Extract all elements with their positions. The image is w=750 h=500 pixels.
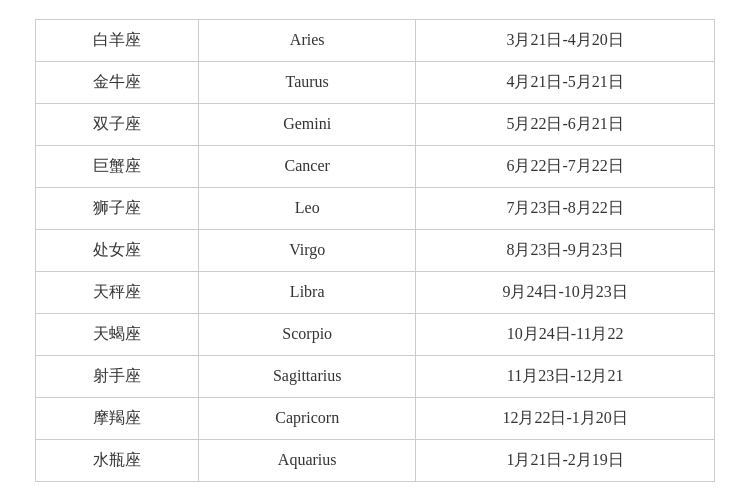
english-name: Virgo bbox=[199, 229, 416, 271]
table-row: 处女座Virgo8月23日-9月23日 bbox=[36, 229, 714, 271]
date-range: 8月23日-9月23日 bbox=[416, 229, 714, 271]
date-range: 4月21日-5月21日 bbox=[416, 61, 714, 103]
english-name: Gemini bbox=[199, 103, 416, 145]
chinese-name: 天秤座 bbox=[36, 271, 199, 313]
english-name: Taurus bbox=[199, 61, 416, 103]
date-range: 1月21日-2月19日 bbox=[416, 439, 714, 481]
date-range: 6月22日-7月22日 bbox=[416, 145, 714, 187]
chinese-name: 白羊座 bbox=[36, 20, 199, 62]
date-range: 11月23日-12月21 bbox=[416, 355, 714, 397]
table-row: 摩羯座Capricorn12月22日-1月20日 bbox=[36, 397, 714, 439]
chinese-name: 天蝎座 bbox=[36, 313, 199, 355]
zodiac-table: 白羊座Aries3月21日-4月20日金牛座Taurus4月21日-5月21日双… bbox=[35, 19, 715, 482]
date-range: 3月21日-4月20日 bbox=[416, 20, 714, 62]
table-row: 天秤座Libra9月24日-10月23日 bbox=[36, 271, 714, 313]
chinese-name: 金牛座 bbox=[36, 61, 199, 103]
chinese-name: 摩羯座 bbox=[36, 397, 199, 439]
table-row: 金牛座Taurus4月21日-5月21日 bbox=[36, 61, 714, 103]
chinese-name: 射手座 bbox=[36, 355, 199, 397]
english-name: Capricorn bbox=[199, 397, 416, 439]
chinese-name: 双子座 bbox=[36, 103, 199, 145]
table-row: 射手座Sagittarius11月23日-12月21 bbox=[36, 355, 714, 397]
english-name: Cancer bbox=[199, 145, 416, 187]
table-row: 白羊座Aries3月21日-4月20日 bbox=[36, 20, 714, 62]
chinese-name: 处女座 bbox=[36, 229, 199, 271]
table-row: 双子座Gemini5月22日-6月21日 bbox=[36, 103, 714, 145]
table-row: 水瓶座Aquarius1月21日-2月19日 bbox=[36, 439, 714, 481]
english-name: Libra bbox=[199, 271, 416, 313]
english-name: Scorpio bbox=[199, 313, 416, 355]
english-name: Leo bbox=[199, 187, 416, 229]
date-range: 10月24日-11月22 bbox=[416, 313, 714, 355]
table-row: 狮子座Leo7月23日-8月22日 bbox=[36, 187, 714, 229]
date-range: 12月22日-1月20日 bbox=[416, 397, 714, 439]
table-row: 巨蟹座Cancer6月22日-7月22日 bbox=[36, 145, 714, 187]
date-range: 7月23日-8月22日 bbox=[416, 187, 714, 229]
date-range: 9月24日-10月23日 bbox=[416, 271, 714, 313]
date-range: 5月22日-6月21日 bbox=[416, 103, 714, 145]
chinese-name: 水瓶座 bbox=[36, 439, 199, 481]
english-name: Aquarius bbox=[199, 439, 416, 481]
english-name: Aries bbox=[199, 20, 416, 62]
chinese-name: 巨蟹座 bbox=[36, 145, 199, 187]
english-name: Sagittarius bbox=[199, 355, 416, 397]
table-row: 天蝎座Scorpio10月24日-11月22 bbox=[36, 313, 714, 355]
chinese-name: 狮子座 bbox=[36, 187, 199, 229]
